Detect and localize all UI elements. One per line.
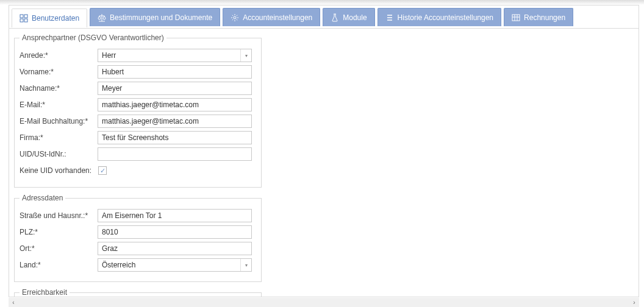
tab-bestimmungen[interactable]: Bestimmungen und Dokumente xyxy=(90,8,220,26)
label-keine-uid: Keine UID vorhanden: xyxy=(20,166,98,175)
select-land[interactable]: Österreich ▾ xyxy=(98,258,252,272)
input-ort[interactable] xyxy=(98,242,252,255)
svg-point-4 xyxy=(234,16,236,19)
scale-icon xyxy=(98,13,106,22)
svg-rect-1 xyxy=(24,15,27,18)
label-email: E-Mail:* xyxy=(20,101,98,109)
tab-label: Bestimmungen und Dokumente xyxy=(110,13,212,22)
tab-benutzerdaten[interactable]: Benutzerdaten xyxy=(12,9,87,27)
svg-rect-5 xyxy=(512,15,520,21)
top-divider xyxy=(0,0,644,5)
gear-icon xyxy=(231,13,239,22)
tab-label: Rechnungen xyxy=(524,13,565,22)
fieldset-erreichbarkeit: Erreichbarkeit Telefon: Fax: xyxy=(14,288,262,297)
legend-erreichbarkeit: Erreichbarkeit xyxy=(20,288,70,297)
scroll-left-arrow[interactable]: ‹ xyxy=(9,298,18,307)
legend-ansprechpartner: Ansprechpartner (DSGVO Verantwortlicher) xyxy=(20,34,166,42)
label-anrede: Anrede:* xyxy=(20,51,98,60)
label-nachname: Nachname:* xyxy=(20,84,98,93)
horizontal-scrollbar[interactable]: ‹ › xyxy=(9,298,639,307)
label-land: Land:* xyxy=(20,261,98,269)
tab-module[interactable]: Module xyxy=(323,8,374,26)
tab-label: Module xyxy=(343,13,367,22)
select-anrede[interactable]: Herr ▾ xyxy=(98,49,252,62)
tab-rechnungen[interactable]: Rechnungen xyxy=(504,8,573,26)
label-strasse: Straße und Hausnr.:* xyxy=(20,211,98,220)
select-value: Herr xyxy=(98,51,240,60)
label-firma: Firma:* xyxy=(20,133,98,142)
fieldset-ansprechpartner: Ansprechpartner (DSGVO Verantwortlicher)… xyxy=(14,34,262,188)
tab-content: Ansprechpartner (DSGVO Verantwortlicher)… xyxy=(9,29,639,297)
scroll-track[interactable] xyxy=(18,298,629,307)
fieldset-adressdaten: Adressdaten Straße und Hausnr.:* PLZ:* O… xyxy=(14,194,262,282)
checkbox-keine-uid[interactable] xyxy=(98,166,107,175)
tab-historie[interactable]: Historie Accounteinstellungen xyxy=(377,8,501,26)
tab-label: Accounteinstellungen xyxy=(243,13,312,22)
tab-label: Benutzerdaten xyxy=(32,14,79,23)
svg-rect-0 xyxy=(20,15,23,18)
list-icon xyxy=(385,13,394,22)
svg-rect-2 xyxy=(20,19,23,22)
input-plz[interactable] xyxy=(98,225,252,239)
chevron-down-icon: ▾ xyxy=(240,259,251,271)
flask-icon xyxy=(331,13,339,22)
input-email[interactable] xyxy=(98,98,252,111)
label-ort: Ort:* xyxy=(20,244,98,253)
chevron-down-icon: ▾ xyxy=(240,49,251,62)
table-icon xyxy=(512,13,520,22)
input-nachname[interactable] xyxy=(98,82,252,95)
input-uid[interactable] xyxy=(98,147,252,161)
tab-label: Historie Accounteinstellungen xyxy=(398,13,493,22)
input-strasse[interactable] xyxy=(98,209,252,222)
label-uid: UID/USt-IdNr.: xyxy=(20,150,98,158)
legend-adressdaten: Adressdaten xyxy=(20,194,65,202)
panel: Benutzerdaten Bestimmungen und Dokumente… xyxy=(9,5,639,297)
svg-rect-3 xyxy=(24,19,27,22)
input-firma[interactable] xyxy=(98,131,252,144)
label-plz: PLZ:* xyxy=(20,228,98,236)
input-vorname[interactable] xyxy=(98,65,252,79)
input-email-buch[interactable] xyxy=(98,115,252,128)
label-vorname: Vorname:* xyxy=(20,68,98,76)
label-email-buch: E-Mail Buchhaltung:* xyxy=(20,117,98,125)
tab-bar: Benutzerdaten Bestimmungen und Dokumente… xyxy=(9,5,639,29)
select-value: Österreich xyxy=(98,261,240,269)
scroll-right-arrow[interactable]: › xyxy=(629,298,639,307)
tab-accounteinstellungen[interactable]: Accounteinstellungen xyxy=(223,8,320,26)
grid-icon xyxy=(20,14,28,23)
